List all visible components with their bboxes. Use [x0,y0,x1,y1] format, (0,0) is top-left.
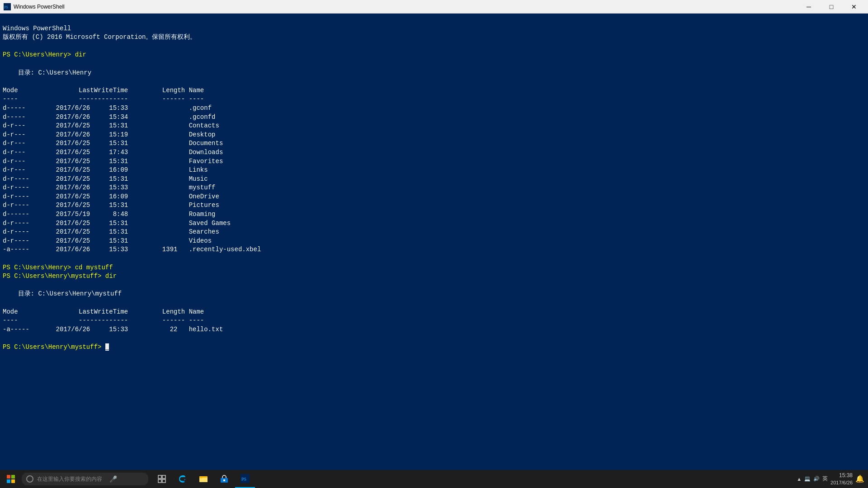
windows-logo-icon [7,475,15,483]
start-button[interactable] [0,470,22,488]
speaker-icon[interactable]: 🔊 [813,476,820,482]
powershell-icon: PS [4,3,11,10]
col2-divider: ---- ------------- ------ ---- [3,317,204,324]
prompt3: PS C:\Users\Henry\mystuff> dir [3,272,117,280]
powershell-taskbar-button[interactable]: PS [235,470,255,488]
microphone-icon: 🎤 [109,475,117,483]
prompt1: PS C:\Users\Henry> dir [3,51,86,58]
svg-rect-11 [199,478,208,482]
svg-rect-5 [11,479,15,483]
header-line1: Windows PowerShell [3,25,71,32]
task-view-icon [158,475,166,483]
taskview-icon: 💻 [804,476,811,482]
svg-rect-4 [7,479,10,483]
svg-rect-3 [11,475,15,479]
dir2-label: 目录: C:\Users\Henry\mystuff [3,290,122,297]
close-button[interactable]: ✕ [844,0,864,14]
file-explorer-icon [199,474,208,483]
col-header: Mode LastWriteTime Length Name [3,87,204,94]
taskbar-search[interactable]: 在这里输入你要搜索的内容 🎤 [22,473,148,485]
terminal-content: Windows PowerShell 版权所有 (C) 2016 Microso… [3,24,865,352]
svg-rect-12 [199,476,203,478]
taskbar-right: ▲ 💻 🔊 英 15:38 2017/6/26 🔔 [797,472,868,486]
svg-text:PS: PS [4,5,8,9]
file-explorer-button[interactable] [193,470,213,488]
svg-rect-14 [223,479,225,481]
clock-date: 2017/6/26 [830,479,853,486]
notification-button[interactable]: 🔔 [855,474,864,483]
maximize-button[interactable]: □ [821,0,842,14]
store-icon [220,474,229,483]
search-placeholder: 在这里输入你要搜索的内容 [37,475,102,483]
clock[interactable]: 15:38 2017/6/26 [830,472,853,486]
search-circle-icon [26,475,33,483]
col2-header: Mode LastWriteTime Length Name [3,308,204,315]
svg-rect-2 [7,475,10,479]
systray-expand-icon[interactable]: ▲ [797,476,802,482]
svg-text:PS: PS [241,477,246,482]
header-line2: 版权所有 (C) 2016 Microsoft Corporation。保留所有… [3,33,196,41]
col-divider: ---- ------------- ------ ---- [3,95,204,103]
taskbar: 在这里输入你要搜索的内容 🎤 [0,470,868,488]
title-bar-controls: ─ □ ✕ [798,0,864,14]
title-bar-left: PS Windows PowerShell [4,3,65,10]
svg-rect-6 [158,475,161,479]
edge-icon [178,474,187,483]
title-bar: PS Windows PowerShell ─ □ ✕ [0,0,868,14]
powershell-taskbar-icon: PS [241,474,250,483]
language-indicator[interactable]: 英 [822,475,828,483]
minimize-button[interactable]: ─ [798,0,819,14]
dir-label: 目录: C:\Users\Henry [3,69,91,76]
task-view-button[interactable] [152,470,172,488]
terminal-window[interactable]: Windows PowerShell 版权所有 (C) 2016 Microso… [0,14,868,470]
systray: ▲ 💻 🔊 英 [797,475,828,483]
svg-rect-9 [162,479,165,483]
edge-button[interactable] [173,470,193,488]
clock-time: 15:38 [830,472,853,479]
svg-rect-8 [158,479,161,483]
window-title: Windows PowerShell [14,4,65,10]
prompt2: PS C:\Users\Henry> cd mystuff [3,264,113,271]
store-button[interactable] [214,470,234,488]
svg-rect-7 [162,475,165,479]
prompt4: PS C:\Users\Henry\mystuff> _ [3,343,109,351]
taskbar-middle: PS [152,470,255,488]
